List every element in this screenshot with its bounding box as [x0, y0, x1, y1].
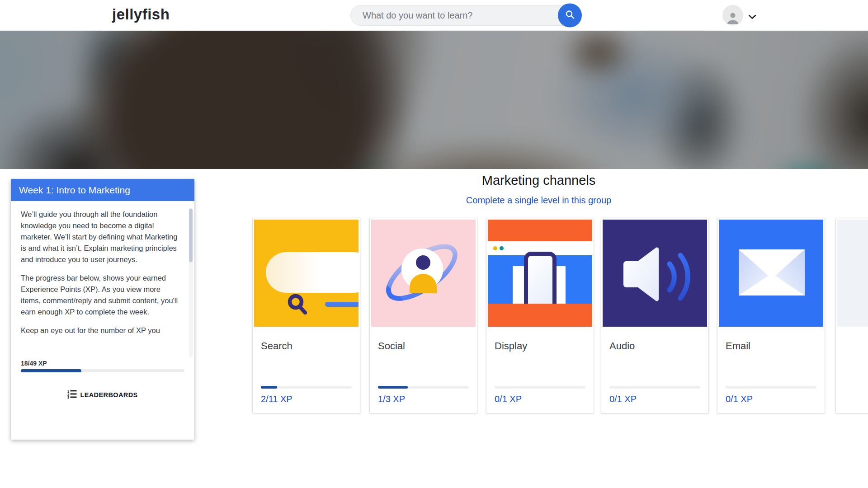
channel-cards-row: Search 2/11 XP — [252, 218, 868, 413]
account-menu-chevron-down-icon[interactable] — [748, 13, 756, 21]
channels-group-title: Marketing channels — [252, 173, 825, 188]
display-channel-illustration — [488, 220, 592, 327]
week-card-title: Week 1: Intro to Marketing — [11, 179, 194, 201]
hero-banner-image — [0, 31, 868, 169]
channel-card-label: Display — [495, 340, 527, 352]
channel-card-label: Audio — [609, 340, 635, 352]
search-icon — [565, 9, 576, 22]
channel-card-social[interactable]: Social 1/3 XP — [369, 218, 477, 413]
speaker-icon — [603, 320, 707, 327]
hero-dark-overlay — [0, 31, 868, 169]
week-paragraph-2: The progress bar below, shows your earne… — [21, 272, 180, 318]
search-channel-illustration — [254, 220, 359, 327]
channel-xp-label: 0/1 XP — [726, 394, 753, 404]
channels-group-requirement-link[interactable]: Complete a single level in this group — [252, 195, 825, 206]
channel-card-display[interactable]: Display 0/1 XP — [486, 218, 594, 413]
channel-card-label: Social — [378, 340, 405, 352]
jellyfish-logo[interactable]: jellyfish — [112, 6, 170, 23]
channel-xp-label: 1/3 XP — [378, 394, 405, 404]
audio-channel-illustration — [603, 220, 707, 327]
channel-card-partial[interactable] — [835, 218, 868, 413]
leaderboards-numbered-list-icon: 1 2 3 — [67, 389, 77, 400]
browser-dot-teal — [500, 246, 504, 250]
user-avatar[interactable] — [722, 5, 743, 26]
svg-text:1: 1 — [67, 390, 69, 393]
channel-xp-label: 0/1 XP — [609, 394, 637, 404]
channel-progress-fill — [261, 386, 277, 389]
channel-card-label: Email — [726, 340, 750, 352]
week-card-scrollbar-track[interactable] — [189, 208, 193, 357]
partial-channel-illustration — [837, 220, 868, 327]
search-bar-graphic — [266, 252, 359, 293]
svg-text:3: 3 — [67, 396, 69, 399]
orbiting-profile-icon — [371, 320, 476, 327]
channel-card-label: Search — [261, 340, 292, 352]
channel-xp-label: 0/1 XP — [495, 394, 522, 404]
phone-outline-icon — [524, 252, 557, 304]
week-paragraph-1: We’ll guide you through all the foundati… — [21, 209, 180, 265]
week-xp-progress-bar — [21, 369, 184, 372]
user-avatar-icon — [726, 11, 740, 26]
week-xp-progress-fill — [21, 369, 81, 372]
channel-card-email[interactable]: Email 0/1 XP — [717, 218, 825, 413]
leaderboards-button[interactable]: 1 2 3 LEADERBOARDS — [11, 389, 194, 400]
week-summary-card: Week 1: Intro to Marketing We’ll guide y… — [11, 179, 194, 440]
channel-progress-bar — [261, 386, 352, 389]
social-channel-illustration — [371, 220, 476, 327]
search-bar — [350, 5, 580, 26]
browser-dot-yellow — [493, 246, 497, 250]
magnifier-icon — [287, 294, 310, 319]
week-paragraph-3: Keep an eye out for the number of XP you — [21, 325, 180, 336]
week-card-scrollbar-thumb[interactable] — [189, 209, 193, 262]
week-card-description: We’ll guide you through all the foundati… — [21, 209, 180, 355]
search-button[interactable] — [558, 4, 582, 28]
email-channel-illustration — [719, 220, 823, 327]
channel-card-audio[interactable]: Audio 0/1 XP — [601, 218, 709, 413]
week-xp-label: 18/49 XP — [21, 360, 184, 367]
top-navigation-bar: jellyfish — [0, 0, 868, 31]
channel-progress-fill — [378, 386, 408, 389]
channel-progress-bar — [726, 386, 816, 389]
channel-card-search[interactable]: Search 2/11 XP — [252, 218, 360, 413]
channel-xp-label: 2/11 XP — [261, 394, 292, 404]
channel-progress-bar — [378, 386, 469, 389]
search-query-line-graphic — [325, 302, 359, 307]
search-input[interactable] — [350, 5, 580, 26]
channel-progress-bar — [609, 386, 700, 389]
leaderboards-label: LEADERBOARDS — [80, 391, 137, 399]
channel-progress-bar — [495, 386, 585, 389]
envelope-icon — [719, 320, 823, 327]
